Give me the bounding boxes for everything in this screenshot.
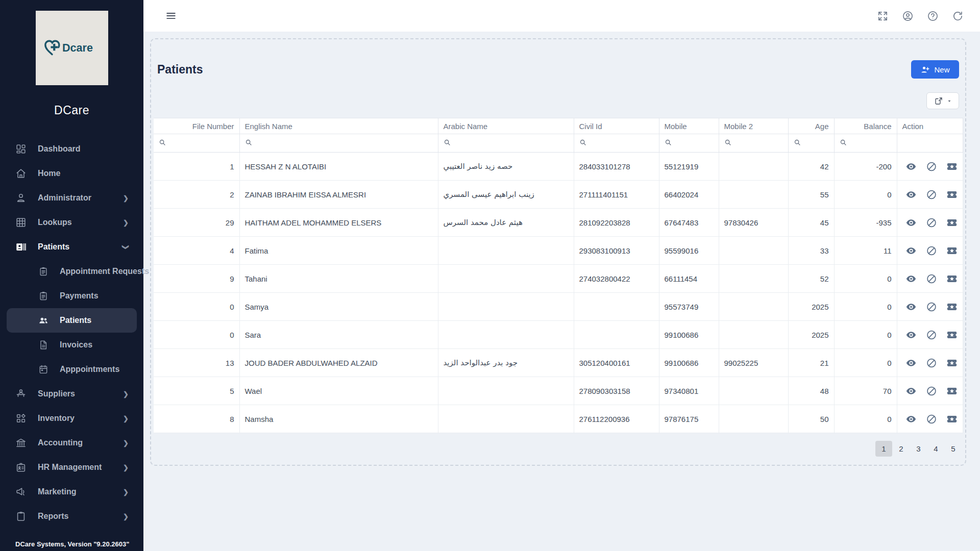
column-header[interactable]: Civil Id xyxy=(574,118,659,134)
ticket-star-icon[interactable] xyxy=(946,301,958,313)
ban-icon[interactable] xyxy=(926,329,937,341)
ticket-star-icon[interactable] xyxy=(946,161,958,172)
eye-icon[interactable] xyxy=(905,161,917,172)
ban-icon[interactable] xyxy=(926,189,937,201)
eye-icon[interactable] xyxy=(905,189,917,201)
ticket-star-icon[interactable] xyxy=(946,189,958,201)
sidebar-item[interactable]: Lookups ❯ xyxy=(0,210,143,235)
sidebar-item[interactable]: Apppointments ❯ xyxy=(0,357,143,382)
page-button[interactable]: 2 xyxy=(893,441,910,457)
cell-action xyxy=(897,293,963,321)
app-name: DCare xyxy=(0,104,143,117)
eye-icon[interactable] xyxy=(905,217,917,229)
contact-card-icon xyxy=(15,241,27,253)
column-filter[interactable] xyxy=(788,134,834,153)
fullscreen-icon[interactable] xyxy=(877,10,889,22)
eye-icon[interactable] xyxy=(905,385,917,397)
ticket-star-icon[interactable] xyxy=(946,245,958,257)
table-row[interactable]: 13 JOUD BADER ABDULWAHED ALZAID جود بدر … xyxy=(154,349,963,377)
cell-mobile: 97876175 xyxy=(659,405,719,433)
column-header[interactable]: Age xyxy=(788,118,834,134)
cell-civil-id: 274032800422 xyxy=(574,265,659,293)
sidebar-item[interactable]: Patients ❯ xyxy=(7,308,137,333)
ticket-star-icon[interactable] xyxy=(946,273,958,285)
eye-icon[interactable] xyxy=(905,413,917,425)
sidebar-item[interactable]: Patients ❯ xyxy=(0,235,143,259)
column-header[interactable]: Balance xyxy=(834,118,897,134)
table-row[interactable]: 4 Fatima 293083100913 95599016 33 11 xyxy=(154,237,963,265)
ticket-star-icon[interactable] xyxy=(946,329,958,341)
column-header[interactable]: English Name xyxy=(239,118,438,134)
ticket-star-icon[interactable] xyxy=(946,217,958,229)
ban-icon[interactable] xyxy=(926,413,937,425)
help-icon[interactable] xyxy=(927,10,939,22)
sidebar-item[interactable]: Home ❯ xyxy=(0,161,143,186)
chevron-icon: ❯ xyxy=(123,489,129,495)
ticket-star-icon[interactable] xyxy=(946,357,958,369)
user-icon[interactable] xyxy=(902,10,914,22)
table-row[interactable]: 1 HESSAH Z N ALOTAIBI حصه زيد ناصر العتي… xyxy=(154,153,963,181)
table-row[interactable]: 8 Namsha 276112200936 97876175 50 0 xyxy=(154,405,963,433)
sidebar-item[interactable]: Administrator ❯ xyxy=(0,186,143,210)
eye-icon[interactable] xyxy=(905,329,917,341)
table-row[interactable]: 0 Sara 99100686 2025 0 xyxy=(154,321,963,349)
eye-icon[interactable] xyxy=(905,273,917,285)
column-header[interactable]: Mobile 2 xyxy=(719,118,788,134)
column-filter[interactable] xyxy=(154,134,239,153)
page-button[interactable]: 3 xyxy=(910,441,927,457)
column-filter[interactable] xyxy=(719,134,788,153)
sidebar-item[interactable]: Inventory ❯ xyxy=(0,406,143,431)
table-row[interactable]: 2 ZAINAB IBRAHIM EISSA ALMESRI زينب ابرا… xyxy=(154,181,963,209)
ban-icon[interactable] xyxy=(926,217,937,229)
menu-icon[interactable] xyxy=(165,10,177,21)
sidebar-item[interactable]: Marketing ❯ xyxy=(0,480,143,504)
cell-english-name: HESSAH Z N ALOTAIBI xyxy=(239,153,438,181)
sidebar-item[interactable]: Accounting ❯ xyxy=(0,431,143,455)
sidebar-item[interactable]: Reports ❯ xyxy=(0,504,143,529)
page-button[interactable]: 5 xyxy=(945,441,962,457)
refresh-icon[interactable] xyxy=(952,10,964,22)
column-filter[interactable] xyxy=(574,134,659,153)
sidebar-item[interactable]: Invoices ❯ xyxy=(0,333,143,357)
sidebar-item-label: Inventory xyxy=(38,414,75,423)
column-header[interactable]: Action xyxy=(897,118,963,134)
ban-icon[interactable] xyxy=(926,273,937,285)
column-header[interactable]: Arabic Name xyxy=(438,118,574,134)
export-button[interactable] xyxy=(926,92,959,109)
ticket-star-icon[interactable] xyxy=(946,413,958,425)
eye-icon[interactable] xyxy=(905,357,917,369)
column-filter[interactable] xyxy=(834,134,897,153)
ban-icon[interactable] xyxy=(926,161,937,172)
table-row[interactable]: 9 Tahani 274032800422 66111454 52 0 xyxy=(154,265,963,293)
sidebar-item[interactable]: Suppliers ❯ xyxy=(0,382,143,406)
ban-icon[interactable] xyxy=(926,245,937,257)
svg-text:Dcare: Dcare xyxy=(62,41,93,54)
column-header[interactable]: Mobile xyxy=(659,118,719,134)
cell-action xyxy=(897,377,963,405)
cell-english-name: HAITHAM ADEL MOHAMMED ELSERS xyxy=(239,209,438,237)
column-filter[interactable] xyxy=(438,134,574,153)
ban-icon[interactable] xyxy=(926,301,937,313)
sidebar-item[interactable]: Appointment Requests ❯ xyxy=(0,259,143,284)
column-filter[interactable] xyxy=(239,134,438,153)
sidebar-item[interactable]: HR Management ❯ xyxy=(0,455,143,480)
ban-icon[interactable] xyxy=(926,357,937,369)
cell-mobile2: 97830426 xyxy=(719,209,788,237)
person-icon xyxy=(15,192,27,204)
ticket-star-icon[interactable] xyxy=(946,385,958,397)
eye-icon[interactable] xyxy=(905,245,917,257)
page-button[interactable]: 1 xyxy=(875,441,892,457)
column-filter[interactable] xyxy=(897,134,963,153)
sidebar-item-label: Lookups xyxy=(38,218,72,227)
ban-icon[interactable] xyxy=(926,385,937,397)
table-row[interactable]: 29 HAITHAM ADEL MOHAMMED ELSERS هيثم عاد… xyxy=(154,209,963,237)
sidebar-item[interactable]: Dashboard ❯ xyxy=(0,137,143,161)
page-button[interactable]: 4 xyxy=(927,441,944,457)
table-row[interactable]: 0 Samya 95573749 2025 0 xyxy=(154,293,963,321)
new-patient-button[interactable]: New xyxy=(911,60,959,79)
table-row[interactable]: 5 Wael 278090303158 97340801 48 70 xyxy=(154,377,963,405)
column-filter[interactable] xyxy=(659,134,719,153)
column-header[interactable]: File Number xyxy=(154,118,239,134)
eye-icon[interactable] xyxy=(905,301,917,313)
sidebar-item[interactable]: Payments ❯ xyxy=(0,284,143,308)
